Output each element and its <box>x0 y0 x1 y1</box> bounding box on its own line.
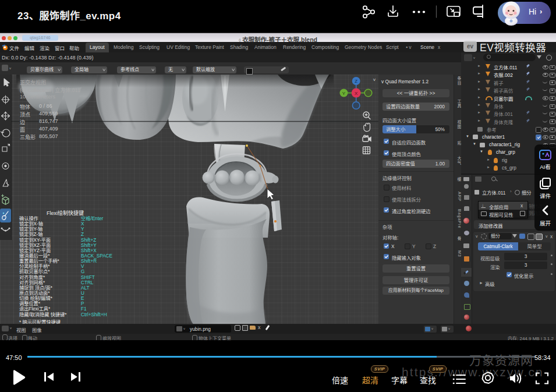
svg-text:Z: Z <box>355 79 357 84</box>
svg-text:Y: Y <box>342 91 346 96</box>
svg-text:X: X <box>355 91 358 96</box>
